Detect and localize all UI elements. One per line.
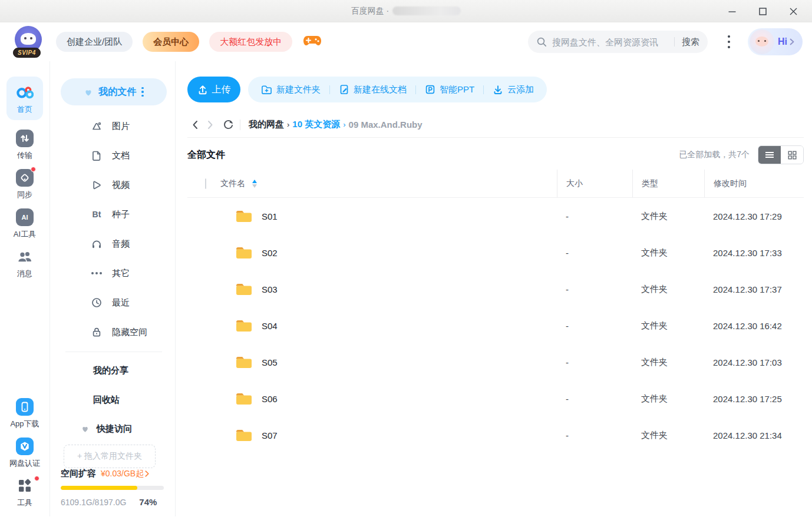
mascot-face [21,33,36,45]
select-all-checkbox[interactable] [205,178,206,189]
sidebar-item-recent[interactable]: 最近 [50,288,175,317]
storage-panel: 空间扩容 ¥0.03/GB起 6109.1G/8197.0G 74% [50,468,175,516]
folder-icon [235,209,253,224]
my-files-menu-icon[interactable] [141,87,144,97]
file-sidebar: 我的文件 图片 文档 视频 Bt 种子 音频 [50,61,176,516]
nav-home[interactable]: 首页 [6,77,43,120]
drop-favorite-folder-zone[interactable]: + 拖入常用文件夹 [64,445,156,468]
more-menu-button[interactable] [723,35,735,48]
quick-actions-bar: 新建文件夹 新建在线文档 智能PPT 云添加 [248,77,547,102]
sidebar-item-others[interactable]: 其它 [50,258,175,288]
new-online-doc-button[interactable]: 新建在线文档 [339,84,407,95]
new-folder-icon [261,84,272,95]
file-size: - [557,211,632,221]
action-toolbar: 上传 新建文件夹 新建在线文档 智能PPT [187,77,804,102]
forward-button[interactable] [203,120,218,130]
minimize-icon [728,8,736,15]
chevron-left-icon [192,120,198,130]
nav-ai-tools[interactable]: AI AI工具 [6,208,43,240]
nav-app-download[interactable]: App下载 [6,398,43,429]
list-view-button[interactable] [758,146,781,164]
maximize-button[interactable] [747,0,778,22]
sidebar-item-torrents[interactable]: Bt 种子 [50,200,175,229]
close-button[interactable] [778,0,808,22]
nav-verify[interactable]: 网盘认证 [6,438,43,469]
sort-desc-icon [252,184,257,188]
sort-toggle[interactable] [252,180,257,188]
file-size: - [557,394,632,404]
sidebar-item-images[interactable]: 图片 [50,111,175,141]
folder-icon [235,282,253,297]
breadcrumb-bar: 我的网盘 › 10 英文资源 › 09 Max.And.Ruby [187,112,804,138]
table-row[interactable]: S02 - 文件夹 2024.12.30 17:33 [187,234,804,271]
create-team-button[interactable]: 创建企业/团队 [56,32,133,52]
action-separator [483,85,484,94]
file-modified: 2024.12.30 17:25 [704,394,804,404]
account-pill[interactable]: Hi [748,28,803,55]
search-input[interactable] [552,37,672,47]
view-toggle [758,145,804,164]
sidebar-my-files[interactable]: 我的文件 [61,78,167,105]
search-button[interactable]: 搜索 [682,37,699,48]
nav-transfer[interactable]: 传输 [6,130,43,161]
crumb-divider [240,120,240,130]
new-folder-button[interactable]: 新建文件夹 [261,84,321,95]
sidebar-recycle-bin[interactable]: 回收站 [50,385,175,415]
table-header: 文件名 大小 类型 修改时间 [187,170,804,198]
folder-icon [235,246,253,260]
breadcrumb-parent-folder[interactable]: 10 英文资源 [292,119,340,130]
sidebar-my-shares[interactable]: 我的分享 [50,356,175,385]
breadcrumb-current-folder: 09 Max.And.Ruby [349,120,422,130]
search-divider [674,37,675,47]
sidebar-item-videos[interactable]: 视频 [50,170,175,200]
breadcrumb-separator: › [287,120,289,129]
file-modified: 2024.12.30 17:29 [704,211,804,221]
file-size: - [557,321,632,331]
grid-view-button[interactable] [781,146,803,164]
headphones-icon [91,238,103,250]
game-center-button[interactable] [303,34,322,50]
table-row[interactable]: S06 - 文件夹 2024.12.30 17:25 [187,380,804,417]
refresh-button[interactable] [223,119,234,130]
file-modified: 2024.12.30 17:03 [704,357,804,367]
cloud-add-button[interactable]: 云添加 [493,84,534,95]
vip-center-button[interactable]: 会员中心 [143,32,199,52]
upload-button[interactable]: 上传 [187,77,240,102]
nav-messages[interactable]: 消息 [6,248,43,279]
red-packet-promo-button[interactable]: 大额红包发放中 [209,32,292,52]
table-row[interactable]: S05 - 文件夹 2024.12.30 17:03 [187,344,804,380]
minimize-button[interactable] [717,0,747,22]
redacted-username [392,6,461,15]
nav-tools[interactable]: 工具 [6,477,43,508]
smart-ppt-button[interactable]: 智能PPT [425,84,474,95]
table-row[interactable]: S03 - 文件夹 2024.12.30 17:37 [187,271,804,307]
file-modified: 2024.12.30 21:34 [704,430,804,440]
greeting-text: Hi [778,37,787,47]
chevron-right-disabled-icon [207,120,213,130]
tools-badge [34,476,39,481]
table-row[interactable]: S04 - 文件夹 2024.12.30 16:42 [187,307,804,344]
sidebar-quick-access[interactable]: 快捷访问 [50,415,175,443]
user-avatar-svip[interactable]: SVIP4 [13,25,46,59]
ellipsis-icon [91,272,103,274]
breadcrumb-root[interactable]: 我的网盘 [249,119,284,130]
file-name: S03 [262,284,278,294]
sidebar-item-hidden-space[interactable]: 隐藏空间 [50,317,175,347]
file-name: S06 [262,394,278,404]
storage-progress-fill [61,486,137,490]
column-name-label: 文件名 [220,178,245,189]
storage-percent-text: 74% [139,497,157,507]
storage-price-link[interactable]: ¥0.03/GB起 [101,469,149,479]
nav-sync[interactable]: 同步 [6,169,43,200]
sidebar-item-documents[interactable]: 文档 [50,141,175,170]
search-box[interactable]: 搜索 [528,31,708,53]
nav-app-download-label: App下载 [6,419,43,429]
storage-expand-label: 空间扩容 [61,468,96,479]
back-button[interactable] [187,120,203,130]
sidebar-item-audio[interactable]: 音频 [50,229,175,258]
file-modified: 2024.12.30 17:37 [704,284,804,294]
table-row[interactable]: S01 - 文件夹 2024.12.30 17:29 [187,198,804,234]
lock-icon [91,326,103,338]
table-row[interactable]: S07 - 文件夹 2024.12.30 21:34 [187,417,804,453]
file-name: S07 [262,430,278,440]
